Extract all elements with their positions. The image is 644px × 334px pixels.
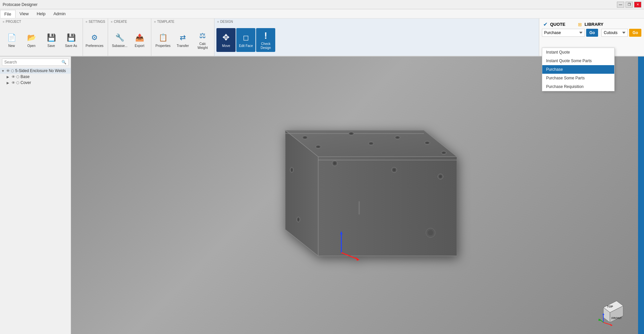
tree-toggle-base[interactable]: ▶ <box>7 75 11 79</box>
save-button[interactable]: 💾 Save <box>42 28 61 52</box>
move-icon: ✥ <box>221 32 231 43</box>
svg-point-7 <box>350 133 353 134</box>
quote-controls-row: Purchase Instant Quote Instant Quote Som… <box>539 29 644 39</box>
viewport[interactable]: TOP FRONT <box>71 57 638 334</box>
svg-text:TOP: TOP <box>607 305 613 308</box>
export-label: Export <box>135 44 144 48</box>
menu-help[interactable]: Help <box>33 10 50 18</box>
svg-marker-35 <box>356 257 360 261</box>
window-controls: — ❐ ✕ <box>617 2 641 8</box>
transfer-label: Transfer <box>177 44 189 48</box>
component-icon-base: ⬡ <box>16 75 19 79</box>
tree-view: ▼ 👁 ⬡ 5-Sided Enclosure No Welds ▶ 👁 ⬡ B… <box>0 68 71 334</box>
subassembly-icon: 🔧 <box>114 32 125 43</box>
export-button[interactable]: 📤 Export <box>130 28 149 52</box>
close-button[interactable]: ✕ <box>634 2 641 8</box>
svg-point-9 <box>396 137 399 138</box>
svg-rect-28 <box>359 201 360 214</box>
create-buttons: 🔧 Subasse... 📤 Export <box>110 24 149 56</box>
main-layout: 🔍 ▼ 👁 ⬡ 5-Sided Enclosure No Welds ▶ 👁 ⬡… <box>0 57 644 334</box>
tree-toggle-enclosure[interactable]: ▼ <box>1 69 5 73</box>
minimize-button[interactable]: — <box>617 2 624 8</box>
quote-dropdown-popup: Instant Quote Instant Quote Some Parts P… <box>542 48 615 91</box>
quote-dropdown-select[interactable]: Purchase Instant Quote Instant Quote Som… <box>542 29 585 37</box>
dropdown-item-purchase-req[interactable]: Purchase Requisition <box>542 82 614 91</box>
properties-icon: 📋 <box>158 32 168 43</box>
new-button[interactable]: 📄 New <box>2 28 21 52</box>
svg-point-11 <box>426 142 429 144</box>
library-dropdown-select[interactable]: Cutouts Hardware Panels <box>601 29 628 37</box>
toolbar-section-create: ≡ CREATE 🔧 Subasse... 📤 Export <box>108 19 151 56</box>
library-header-label: LIBRARY <box>585 22 603 27</box>
eye-icon-base[interactable]: 👁 <box>12 75 15 79</box>
check-design-icon: ! <box>260 30 271 41</box>
open-button[interactable]: 📂 Open <box>22 28 41 52</box>
tree-item-base[interactable]: ▶ 👁 ⬡ Base <box>5 74 71 80</box>
move-button[interactable]: ✥ Move <box>216 28 236 52</box>
menu-view[interactable]: View <box>16 10 33 18</box>
calc-weight-label: Calc Weight <box>194 42 211 50</box>
3d-box <box>252 104 457 280</box>
svg-point-25 <box>393 168 396 171</box>
quote-header-label: QUOTE <box>550 22 565 27</box>
preferences-button[interactable]: ⚙ Preferences <box>85 28 104 52</box>
tree-toggle-cover[interactable]: ▶ <box>7 81 11 85</box>
calc-weight-button[interactable]: ⚖ Calc Weight <box>193 28 212 52</box>
tree-item-cover[interactable]: ▶ 👁 ⬡ Cover <box>5 80 71 86</box>
component-icon-enclosure: ⬡ <box>11 69 14 73</box>
save-as-label: Save As <box>65 44 77 48</box>
quote-go-button[interactable]: Go <box>586 29 598 37</box>
svg-point-19 <box>291 168 293 171</box>
menu-bar: File View Help Admin <box>0 9 644 19</box>
library-go-button[interactable]: Go <box>629 29 641 37</box>
app-title: Protocase Designer <box>3 2 37 7</box>
svg-point-27 <box>439 175 442 178</box>
tree-item-enclosure[interactable]: ▼ 👁 ⬡ 5-Sided Enclosure No Welds <box>0 68 71 74</box>
properties-button[interactable]: 📋 Properties <box>153 28 172 52</box>
dropdown-item-purchase-some[interactable]: Purchase Some Parts <box>542 74 614 82</box>
export-icon: 📤 <box>134 32 145 43</box>
library-grid-icon: ⊞ <box>578 22 582 27</box>
svg-point-21 <box>298 218 299 221</box>
eye-icon-cover[interactable]: 👁 <box>12 81 15 85</box>
dropdown-item-instant-quote-some[interactable]: Instant Quote Some Parts <box>542 57 614 65</box>
restore-button[interactable]: ❐ <box>625 2 633 8</box>
eye-icon-enclosure[interactable]: 👁 <box>6 69 10 73</box>
search-input[interactable] <box>2 59 59 65</box>
toolbar-section-template: ≡ TEMPLATE 📋 Properties ⇄ Transfer ⚖ Cal… <box>151 19 214 56</box>
search-icon[interactable]: 🔍 <box>59 59 68 65</box>
svg-point-30 <box>428 230 433 235</box>
new-icon: 📄 <box>6 32 17 43</box>
dropdown-item-purchase[interactable]: Purchase <box>542 65 614 74</box>
tree-label-base: Base <box>20 74 29 79</box>
section-label-settings: ≡ SETTINGS <box>85 19 106 24</box>
menu-admin[interactable]: Admin <box>50 10 70 18</box>
tree-label-cover: Cover <box>20 80 31 85</box>
edit-face-button[interactable]: ◻ Edit Face <box>236 28 255 52</box>
tree-children-enclosure: ▶ 👁 ⬡ Base ▶ 👁 ⬡ Cover <box>0 74 71 86</box>
template-buttons: 📋 Properties ⇄ Transfer ⚖ Calc Weight <box>153 24 212 56</box>
calc-weight-icon: ⚖ <box>197 30 208 41</box>
save-as-button[interactable]: 💾 Save As <box>61 28 81 52</box>
preferences-icon: ⚙ <box>89 32 100 43</box>
quote-section-header: ✔ QUOTE ⊞ LIBRARY <box>539 19 644 29</box>
subassembly-label: Subasse... <box>112 44 128 48</box>
nav-cube[interactable]: TOP FRONT <box>598 298 628 327</box>
svg-text:FRONT: FRONT <box>612 316 622 320</box>
subassembly-button[interactable]: 🔧 Subasse... <box>110 28 129 52</box>
transfer-button[interactable]: ⇄ Transfer <box>173 28 192 52</box>
new-label: New <box>8 44 15 48</box>
far-right-panel <box>638 57 644 334</box>
save-as-icon: 💾 <box>66 32 76 43</box>
toolbar-section-settings: ≡ SETTINGS ⚙ Preferences <box>83 19 108 56</box>
toolbar: ≡ PROJECT 📄 New 📂 Open 💾 Save 💾 Save As <box>0 19 644 57</box>
title-bar: Protocase Designer — ❐ ✕ <box>0 0 644 9</box>
menu-file[interactable]: File <box>0 10 16 18</box>
preferences-label: Preferences <box>86 44 103 48</box>
svg-point-5 <box>304 137 306 138</box>
edit-face-icon: ◻ <box>241 32 251 43</box>
check-design-button[interactable]: ! Check Design <box>256 28 275 52</box>
search-bar: 🔍 <box>2 59 69 66</box>
svg-point-17 <box>442 152 445 153</box>
dropdown-item-instant-quote[interactable]: Instant Quote <box>542 48 614 57</box>
